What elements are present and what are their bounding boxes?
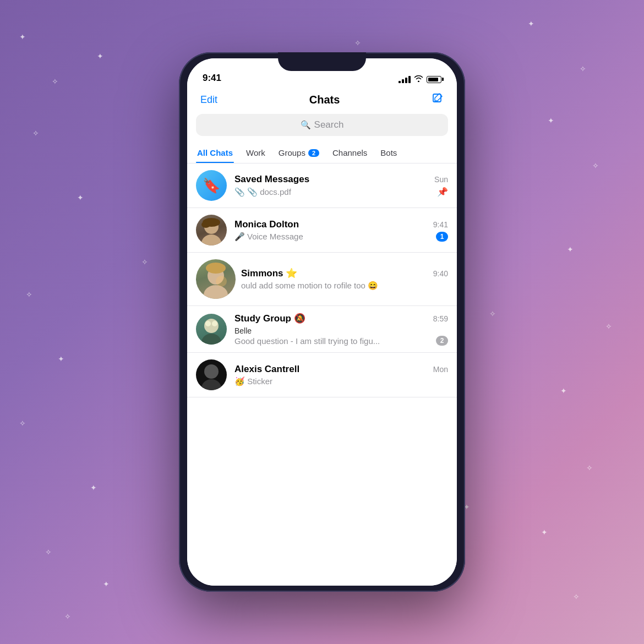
tab-work[interactable]: Work [245, 144, 266, 163]
chat-time-saved: Sun [434, 175, 448, 184]
svg-point-2 [201, 234, 221, 245]
wifi-icon [414, 75, 423, 84]
edit-button[interactable]: Edit [200, 94, 217, 106]
svg-point-11 [205, 321, 211, 326]
bookmark-icon: 🔖 [203, 177, 220, 194]
svg-point-8 [216, 276, 227, 287]
chat-name-simmons: Simmons ⭐ [241, 268, 297, 279]
chat-item-alexis[interactable]: Alexis Cantrell Mon 🥳 Sticker [187, 353, 457, 397]
chat-time-alexis: Mon [433, 365, 448, 374]
chat-name-saved: Saved Messages [234, 174, 309, 185]
svg-point-13 [204, 364, 219, 379]
chat-item-saved[interactable]: 🔖 Saved Messages Sun 📎 📎 docs.pdf 📌 [187, 163, 457, 208]
chat-item-study[interactable]: Study Group 🔕 8:59 Belle Good question -… [187, 306, 457, 353]
tab-bots[interactable]: Bots [379, 144, 398, 163]
unread-badge-monica: 1 [436, 232, 448, 242]
avatar-saved: 🔖 [196, 170, 227, 201]
chat-content-study: Study Group 🔕 8:59 Belle Good question -… [234, 313, 448, 346]
tab-groups[interactable]: Groups 2 [277, 144, 320, 163]
chat-name-alexis: Alexis Cantrell [234, 364, 299, 375]
tab-all-chats[interactable]: All Chats [196, 144, 234, 163]
chat-preview-saved: 📎 📎 docs.pdf [234, 187, 291, 197]
chat-content-monica: Monica Dolton 9:41 🎤 Voice Message 1 [234, 219, 448, 242]
signal-icon [399, 76, 411, 83]
search-icon: 🔍 [301, 120, 311, 130]
svg-point-14 [201, 379, 221, 390]
pin-icon-saved: 📌 [437, 187, 448, 197]
avatar-study [196, 314, 227, 345]
svg-point-7 [206, 263, 226, 274]
chat-time-monica: 9:41 [433, 220, 448, 229]
chat-preview-monica: 🎤 Voice Message [234, 232, 303, 242]
chat-name-study: Study Group 🔕 [234, 313, 305, 324]
chat-time-simmons: 9:40 [433, 269, 448, 278]
page-title: Chats [309, 94, 340, 106]
chat-preview-simmons: ould add some motion to rofile too 😄 [241, 281, 448, 291]
chat-preview-study: Good question - I am still trying to fig… [234, 336, 380, 346]
svg-point-6 [204, 285, 228, 299]
groups-badge: 2 [308, 149, 319, 157]
chat-content-simmons: Simmons ⭐ 9:40 ould add some motion to r… [241, 268, 448, 291]
search-container: 🔍 Search [187, 111, 457, 141]
chat-content-alexis: Alexis Cantrell Mon 🥳 Sticker [234, 364, 448, 386]
compose-button[interactable] [432, 92, 444, 107]
unread-badge-study: 2 [436, 336, 448, 346]
battery-icon [427, 76, 441, 83]
svg-point-9 [204, 319, 219, 333]
filter-tabs: All Chats Work Groups 2 Channels Bots [187, 141, 457, 163]
chat-item-monica[interactable]: Monica Dolton 9:41 🎤 Voice Message 1 [187, 208, 457, 253]
svg-point-4 [201, 221, 210, 228]
avatar-simmons [196, 259, 236, 299]
avatar-monica [196, 215, 227, 245]
nav-bar: Edit Chats [187, 87, 457, 111]
svg-point-12 [212, 321, 217, 326]
avatar-alexis [196, 359, 227, 390]
tab-channels[interactable]: Channels [331, 144, 368, 163]
chat-item-simmons[interactable]: Simmons ⭐ 9:40 ould add some motion to r… [187, 253, 457, 306]
phone-notch [278, 52, 366, 71]
study-sender: Belle [234, 326, 252, 335]
search-bar[interactable]: 🔍 Search [196, 114, 448, 136]
search-placeholder: Search [314, 119, 344, 130]
status-icons [399, 75, 441, 84]
voice-icon: 🎤 [234, 232, 245, 242]
svg-point-10 [201, 334, 221, 345]
chat-name-monica: Monica Dolton [234, 219, 299, 230]
status-time: 9:41 [203, 73, 221, 84]
phone-frame: 9:41 [179, 52, 465, 592]
chat-preview-alexis: 🥳 Sticker [234, 376, 448, 386]
chat-content-saved: Saved Messages Sun 📎 📎 docs.pdf 📌 [234, 174, 448, 197]
chat-list: 🔖 Saved Messages Sun 📎 📎 docs.pdf 📌 [187, 163, 457, 586]
chat-time-study: 8:59 [433, 314, 448, 323]
phone-screen: 9:41 [187, 58, 457, 586]
paperclip-icon: 📎 [234, 187, 245, 197]
